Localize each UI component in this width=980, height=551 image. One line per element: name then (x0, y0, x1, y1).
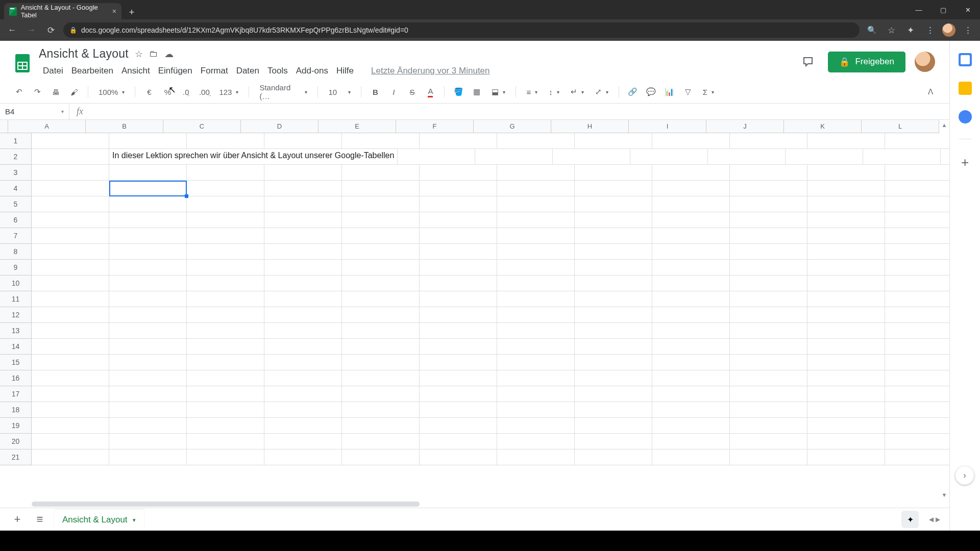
cell-E4[interactable] (342, 181, 420, 196)
cell-I19[interactable] (652, 418, 730, 434)
last-edit-link[interactable]: Letzte Änderung vor 3 Minuten (367, 64, 494, 78)
menu-datei[interactable]: Datei (39, 64, 67, 78)
chrome-menu-icon[interactable]: ⋮ (961, 23, 975, 37)
cell-D6[interactable] (264, 212, 342, 228)
cell-H3[interactable] (575, 165, 652, 181)
col-header-J[interactable]: J (706, 120, 784, 133)
cell-E16[interactable] (342, 370, 420, 386)
cell-F6[interactable] (420, 212, 497, 228)
cell-H14[interactable] (575, 339, 652, 355)
cell-K9[interactable] (807, 260, 885, 276)
row-header-14[interactable]: 14 (0, 339, 32, 355)
format-currency-button[interactable]: € (141, 84, 157, 99)
cell-D20[interactable] (264, 434, 342, 449)
browser-back-button[interactable]: ← (5, 23, 19, 37)
row-header-15[interactable]: 15 (0, 355, 32, 370)
cell-K10[interactable] (807, 276, 885, 291)
get-addons-button[interactable]: + (961, 155, 969, 170)
cell-K3[interactable] (807, 165, 885, 181)
cell-J10[interactable] (730, 276, 807, 291)
cell-A15[interactable] (32, 355, 109, 370)
cell-H15[interactable] (575, 355, 652, 370)
col-header-G[interactable]: G (474, 120, 551, 133)
menu-bearbeiten[interactable]: Bearbeiten (67, 64, 117, 78)
cell-H6[interactable] (575, 212, 652, 228)
cell-C13[interactable] (187, 323, 264, 339)
cell-K4[interactable] (807, 181, 885, 196)
cell-B11[interactable] (109, 291, 187, 307)
cell-I14[interactable] (652, 339, 730, 355)
col-header-E[interactable]: E (318, 120, 396, 133)
cell-A21[interactable] (32, 449, 109, 465)
cell-K12[interactable] (807, 307, 885, 323)
cell-C17[interactable] (187, 386, 264, 402)
format-percent-button[interactable]: % (160, 84, 175, 99)
keep-addon-icon[interactable] (959, 82, 972, 95)
account-avatar[interactable] (915, 52, 935, 72)
new-tab-button[interactable]: + (125, 5, 139, 19)
cell-G4[interactable] (497, 181, 575, 196)
cell-G18[interactable] (497, 402, 575, 418)
v-align-button[interactable]: ↕ (545, 84, 564, 99)
row-header-21[interactable]: 21 (0, 449, 32, 465)
menu-einfuegen[interactable]: Einfügen (154, 64, 197, 78)
cell-K7[interactable] (807, 228, 885, 244)
cell-I15[interactable] (652, 355, 730, 370)
cell-E20[interactable] (342, 434, 420, 449)
cell-I11[interactable] (652, 291, 730, 307)
row-header-9[interactable]: 9 (0, 260, 32, 276)
cell-F11[interactable] (420, 291, 497, 307)
row-header-18[interactable]: 18 (0, 402, 32, 418)
cell-J18[interactable] (730, 402, 807, 418)
cell-C10[interactable] (187, 276, 264, 291)
cell-H21[interactable] (575, 449, 652, 465)
menu-daten[interactable]: Daten (232, 64, 263, 78)
zoom-icon[interactable]: 🔍 (865, 23, 879, 37)
cell-I5[interactable] (652, 196, 730, 212)
cell-B12[interactable] (109, 307, 187, 323)
row-header-2[interactable]: 2 (0, 149, 32, 165)
cell-A6[interactable] (32, 212, 109, 228)
chrome-profile-avatar[interactable] (942, 23, 955, 37)
cell-D12[interactable] (264, 307, 342, 323)
cell-K16[interactable] (807, 370, 885, 386)
cell-D2[interactable] (475, 149, 553, 165)
hide-side-panel-button[interactable]: › (955, 466, 974, 485)
cell-F14[interactable] (420, 339, 497, 355)
cell-B6[interactable] (109, 212, 187, 228)
merge-cells-button[interactable]: ⬓ (487, 84, 509, 99)
col-header-A[interactable]: A (8, 120, 86, 133)
font-size-select[interactable]: 10 (324, 84, 355, 99)
row-header-4[interactable]: 4 (0, 181, 32, 196)
cell-I4[interactable] (652, 181, 730, 196)
cell-J9[interactable] (730, 260, 807, 276)
cell-C1[interactable] (187, 133, 264, 149)
cell-I18[interactable] (652, 402, 730, 418)
cell-K8[interactable] (807, 244, 885, 260)
row-header-1[interactable]: 1 (0, 133, 32, 149)
cell-G16[interactable] (497, 370, 575, 386)
cell-B19[interactable] (109, 418, 187, 434)
window-minimize-button[interactable]: — (906, 0, 931, 19)
cell-I21[interactable] (652, 449, 730, 465)
cell-G17[interactable] (497, 386, 575, 402)
cell-J8[interactable] (730, 244, 807, 260)
cell-F3[interactable] (420, 165, 497, 181)
cell-E9[interactable] (342, 260, 420, 276)
cell-G15[interactable] (497, 355, 575, 370)
cell-A13[interactable] (32, 323, 109, 339)
cell-E13[interactable] (342, 323, 420, 339)
cell-B5[interactable] (109, 196, 187, 212)
cell-F16[interactable] (420, 370, 497, 386)
cell-I1[interactable] (652, 133, 730, 149)
row-header-16[interactable]: 16 (0, 370, 32, 386)
cell-D5[interactable] (264, 196, 342, 212)
cell-K11[interactable] (807, 291, 885, 307)
cell-B21[interactable] (109, 449, 187, 465)
cell-K6[interactable] (807, 212, 885, 228)
cell-B10[interactable] (109, 276, 187, 291)
scroll-down-icon[interactable]: ▼ (942, 492, 947, 498)
cell-A14[interactable] (32, 339, 109, 355)
cell-A7[interactable] (32, 228, 109, 244)
cell-G5[interactable] (497, 196, 575, 212)
